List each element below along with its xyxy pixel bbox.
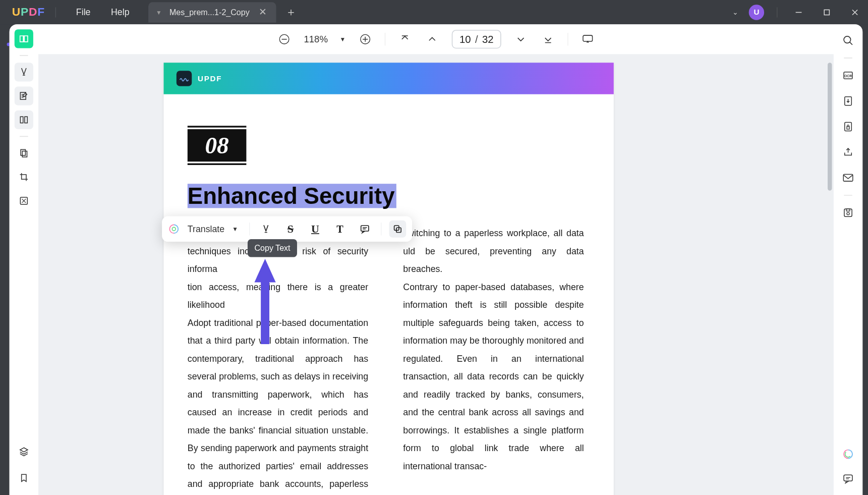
underline-button[interactable]: U	[307, 221, 324, 238]
page-number-box[interactable]: 10 / 32	[452, 30, 501, 48]
titlebar: UPDF File Help ▼ Mes_prem...1-2_Copy ✕ ＋…	[0, 0, 867, 24]
document-tab[interactable]: ▼ Mes_prem...1-2_Copy ✕	[148, 2, 276, 23]
translate-icon	[168, 223, 180, 235]
document-page: UPDF 08 Enhanced Security Adopt traditio…	[163, 63, 613, 495]
body-columns: Adopt traditional paper-based documentat…	[188, 224, 590, 495]
page-sep: /	[475, 33, 478, 45]
tab-strip: ▼ Mes_prem...1-2_Copy ✕ ＋	[148, 2, 297, 23]
svg-rect-28	[847, 127, 849, 129]
svg-rect-1	[824, 10, 829, 15]
text: switching to a paperless workplace, all …	[403, 224, 584, 242]
brand-text: UPDF	[198, 74, 222, 83]
tab-dropdown-icon[interactable]: ▼	[156, 9, 162, 16]
section-number-block: 08	[188, 126, 247, 165]
export-button[interactable]	[840, 92, 857, 109]
separator	[249, 223, 250, 235]
svg-rect-33	[844, 475, 852, 481]
svg-rect-29	[843, 175, 853, 182]
text-style-button[interactable]: T	[331, 221, 349, 238]
total-pages: 32	[482, 33, 494, 45]
chat-button[interactable]	[840, 470, 857, 487]
svg-rect-17	[583, 35, 593, 41]
svg-point-31	[847, 212, 849, 215]
close-button[interactable]	[846, 4, 863, 21]
svg-rect-6	[25, 117, 27, 123]
avatar[interactable]: U	[749, 5, 764, 20]
highlight-button[interactable]	[257, 221, 274, 238]
svg-text:OCR: OCR	[844, 74, 852, 78]
tab-close-icon[interactable]: ✕	[257, 7, 268, 18]
svg-rect-32	[846, 209, 850, 211]
separator	[55, 7, 55, 17]
right-sidebar: OCR	[834, 24, 862, 495]
share-button[interactable]	[840, 144, 857, 161]
menu-file[interactable]: File	[66, 3, 101, 21]
svg-rect-5	[20, 117, 23, 123]
translate-dropdown-icon[interactable]: ▼	[232, 226, 238, 233]
text-icon: T	[336, 223, 343, 235]
tab-label: Mes_prem...1-2_Copy	[167, 8, 251, 17]
window-controls: ⌄ U	[732, 0, 863, 24]
center-area: 118% ▼ 10 / 32	[38, 24, 834, 495]
first-page-button[interactable]	[397, 32, 413, 47]
annotation-arrow-icon	[252, 259, 278, 344]
strikethrough-button[interactable]: S	[282, 221, 299, 238]
comment-tool-button[interactable]	[15, 63, 33, 81]
presentation-button[interactable]	[580, 32, 595, 47]
last-page-button[interactable]	[541, 32, 556, 47]
redact-tool-button[interactable]	[15, 191, 33, 210]
zoom-in-button[interactable]	[358, 32, 373, 47]
page-tools-button[interactable]	[15, 144, 33, 162]
new-tab-button[interactable]: ＋	[285, 5, 297, 20]
layers-button[interactable]	[15, 442, 33, 461]
svg-rect-30	[844, 209, 852, 216]
svg-rect-8	[22, 151, 27, 157]
email-button[interactable]	[840, 169, 857, 186]
page-header: UPDF	[163, 63, 613, 94]
minimize-button[interactable]	[790, 4, 807, 21]
maximize-button[interactable]	[818, 4, 835, 21]
selection-toolbar: Translate ▼ S U T	[162, 216, 412, 242]
ocr-button[interactable]: OCR	[840, 67, 857, 84]
search-button[interactable]	[840, 32, 857, 49]
separator	[385, 33, 385, 45]
zoom-dropdown-icon[interactable]: ▼	[340, 36, 346, 43]
copy-text-button[interactable]	[389, 221, 406, 238]
translate-button[interactable]: Translate	[188, 224, 224, 234]
underline-icon: U	[311, 223, 319, 235]
separator	[844, 195, 852, 196]
separator	[381, 223, 381, 235]
main-frame: 118% ▼ 10 / 32	[10, 24, 863, 495]
zoom-out-button[interactable]	[276, 32, 292, 47]
zoom-level: 118%	[304, 34, 328, 45]
scrollbar[interactable]	[828, 63, 832, 486]
edit-tool-button[interactable]	[15, 87, 33, 105]
protect-button[interactable]	[840, 118, 857, 135]
column-right: switching to a paperless workplace, all …	[403, 224, 584, 495]
separator	[20, 136, 28, 137]
bookmark-button[interactable]	[15, 469, 33, 487]
separator	[844, 58, 852, 59]
strikethrough-icon: S	[287, 223, 294, 235]
add-comment-button[interactable]	[356, 221, 373, 238]
app-logo: UPDF	[12, 6, 45, 19]
brand-badge-icon	[177, 71, 192, 86]
document-viewport[interactable]: UPDF 08 Enhanced Security Adopt traditio…	[38, 54, 834, 495]
left-sidebar	[10, 24, 38, 495]
current-page: 10	[459, 33, 471, 45]
next-page-button[interactable]	[513, 32, 528, 47]
menu-help[interactable]: Help	[101, 3, 140, 21]
tooltip-copy-text: Copy Text	[248, 239, 297, 257]
reader-mode-button[interactable]	[15, 29, 33, 48]
prev-page-button[interactable]	[425, 32, 440, 47]
scrollbar-thumb[interactable]	[828, 63, 832, 191]
section-title-selected[interactable]: Enhanced Security	[188, 184, 396, 208]
ai-assistant-button[interactable]	[840, 446, 857, 463]
organize-pages-button[interactable]	[15, 111, 33, 129]
separator	[20, 55, 28, 56]
text: Contrary to paper-based databases, where…	[403, 282, 584, 470]
crop-tool-button[interactable]	[15, 168, 33, 186]
svg-rect-19	[361, 226, 368, 231]
save-button[interactable]	[840, 204, 857, 222]
recent-files-dropdown-icon[interactable]: ⌄	[732, 8, 738, 16]
